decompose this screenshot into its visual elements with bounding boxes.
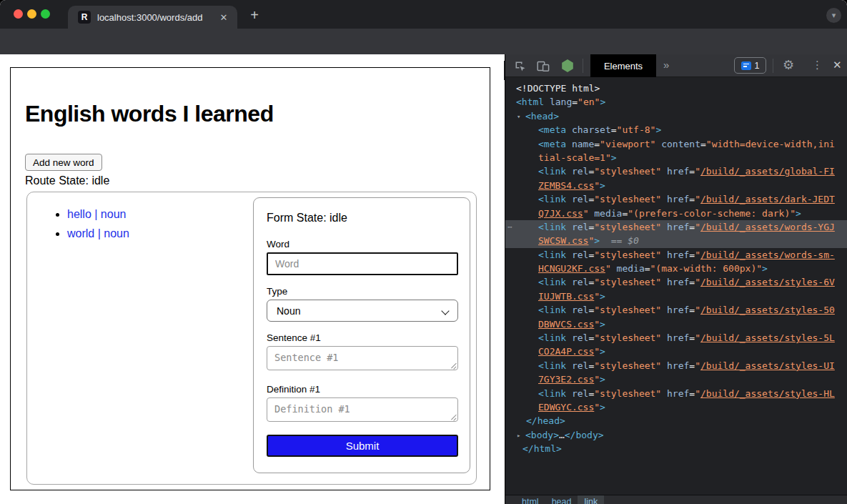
add-word-form: Form State: idle Word Type Noun Sentence… [253, 197, 470, 473]
breadcrumb-head[interactable]: head [545, 495, 578, 504]
syntax-t: </html> [522, 443, 562, 454]
syntax-p: = [700, 139, 706, 149]
word-link-hello[interactable]: hello | noun [67, 208, 126, 220]
dom-node-line[interactable]: </head> [505, 414, 847, 428]
syntax-a: href [661, 360, 689, 371]
syntax-t: <link [538, 305, 566, 315]
dom-node-line[interactable]: CO2A4P.css"> [505, 345, 847, 358]
dom-node-line[interactable]: <link rel="stylesheet" href="/build/_ass… [505, 359, 847, 372]
syntax-a: rel [566, 360, 588, 371]
titlebar: R localhost:3000/words/add ✕ + ▾ [0, 0, 847, 29]
syntax-v: tial-scale=1" [538, 152, 611, 163]
syntax-a: charset [566, 124, 611, 135]
syntax-a: href [661, 277, 689, 287]
dom-node-line[interactable]: EDWGYC.css"> [505, 400, 847, 414]
type-select[interactable]: Noun [267, 300, 458, 322]
devtools-close-icon[interactable]: ✕ [833, 59, 842, 71]
new-tab-button[interactable]: + [246, 6, 263, 24]
syntax-g: == $0 [600, 235, 639, 246]
tab-elements[interactable]: Elements [590, 54, 656, 77]
sentence-textarea[interactable] [267, 346, 458, 370]
dom-node-line[interactable]: SWCSW.css"> == $0 [505, 234, 847, 247]
syntax-t: > [600, 291, 605, 302]
expand-arrow-icon[interactable]: ▾ [517, 110, 525, 123]
node-extension-icon[interactable] [561, 59, 574, 72]
more-tabs-icon[interactable]: » [663, 59, 669, 71]
dom-node-line[interactable]: ▾<head> [505, 109, 847, 123]
issues-counter[interactable]: 1 [734, 57, 766, 74]
syntax-a: name [566, 139, 594, 149]
syntax-v: " [605, 263, 611, 274]
syntax-v: "en" [578, 97, 600, 107]
words-panel: hello | noun world | noun Form State: id… [26, 192, 477, 485]
submit-button[interactable]: Submit [267, 435, 458, 457]
dom-node-line[interactable]: <!DOCTYPE html> [505, 81, 847, 95]
syntax-l: /build/_assets/styles-5L [700, 332, 835, 343]
breadcrumb-html[interactable]: html [515, 495, 545, 504]
dom-node-line[interactable]: HCNGU2KF.css" media="(max-width: 600px)"… [505, 262, 847, 275]
toolbar-divider [773, 59, 773, 73]
node-options-icon[interactable]: ⋯ [507, 220, 512, 234]
browser-tab[interactable]: R localhost:3000/words/add ✕ [68, 6, 237, 29]
window-close-button[interactable] [14, 9, 23, 19]
dom-node-line[interactable]: <link rel="stylesheet" href="/build/_ass… [505, 303, 847, 317]
syntax-a: lang [544, 97, 572, 107]
dom-node-line[interactable]: DBWVCS.css"> [505, 317, 847, 331]
devtools-toolbar: Elements » 1 ⚙ ⋮ ✕ [505, 54, 847, 77]
dom-node-line[interactable]: <meta charset="utf-8"> [505, 123, 847, 137]
dom-node-line[interactable]: 7GY3E2.css"> [505, 372, 847, 386]
dom-node-line[interactable]: tial-scale=1"> [505, 151, 847, 164]
dom-node-line[interactable]: <link rel="stylesheet" href="/build/_ass… [505, 164, 847, 178]
syntax-p: = [689, 305, 695, 315]
window-minimize-button[interactable] [27, 9, 36, 19]
syntax-l: Q7JX.css [538, 208, 583, 219]
syntax-v: " [695, 194, 700, 204]
dom-node-line[interactable]: <link rel="stylesheet" href="/build/_ass… [505, 192, 847, 206]
word-input[interactable] [267, 252, 458, 275]
dom-node-line[interactable]: </html> [505, 442, 847, 455]
word-link-world[interactable]: world | noun [67, 227, 129, 239]
issues-count: 1 [755, 61, 760, 71]
dom-node-line[interactable]: ▸<body>…</body> [505, 428, 847, 442]
window-fullscreen-button[interactable] [41, 9, 50, 19]
syntax-a: media [611, 263, 645, 274]
dom-node-line[interactable]: ⋯<link rel="stylesheet" href="/build/_as… [505, 220, 847, 234]
inspect-element-icon[interactable] [513, 59, 526, 72]
syntax-v: " [594, 319, 600, 330]
add-new-word-button[interactable]: Add new word [25, 154, 102, 171]
syntax-a: content [655, 139, 700, 149]
syntax-l: /build/_assets/words-sm- [700, 249, 835, 260]
syntax-l: /build/_assets/words-YGJ [700, 222, 835, 232]
syntax-p: = [611, 124, 617, 135]
dom-node-line[interactable]: <link rel="stylesheet" href="/build/_ass… [505, 387, 847, 400]
remix-favicon-icon: R [78, 11, 91, 24]
settings-gear-icon[interactable]: ⚙ [783, 57, 794, 73]
dom-node-line[interactable]: <link rel="stylesheet" href="/build/_ass… [505, 248, 847, 262]
dom-node-line[interactable]: <meta name="viewport" content="width=dev… [505, 137, 847, 151]
dom-node-line[interactable]: ZEMBS4.css"> [505, 179, 847, 192]
breadcrumb-link[interactable]: link [578, 495, 604, 504]
type-select-value: Noun [277, 305, 300, 317]
syntax-a: rel [566, 277, 588, 287]
syntax-l: HCNGU2KF.css [538, 263, 605, 274]
dom-node-line[interactable]: <link rel="stylesheet" href="/build/_ass… [505, 331, 847, 345]
dom-node-line[interactable]: <link rel="stylesheet" href="/build/_ass… [505, 275, 847, 289]
syntax-p: … [559, 430, 565, 440]
collapse-arrow-icon[interactable]: ▸ [517, 429, 525, 442]
definition-textarea[interactable] [267, 397, 458, 422]
syntax-v: " [695, 277, 700, 287]
syntax-a: rel [566, 388, 588, 399]
devtools-menu-icon[interactable]: ⋮ [812, 59, 823, 71]
syntax-a: href [661, 194, 689, 204]
titlebar-badge-icon[interactable]: ▾ [826, 8, 841, 23]
syntax-t: <link [538, 249, 566, 260]
dom-node-line[interactable]: <html lang="en"> [505, 95, 847, 109]
syntax-v: "stylesheet" [594, 166, 661, 177]
device-toolbar-icon[interactable] [537, 59, 550, 72]
dom-node-line[interactable]: Q7JX.css" media="(prefers-color-scheme: … [505, 207, 847, 220]
syntax-v: " [695, 249, 700, 260]
dom-node-line[interactable]: IUJWTB.css"> [505, 290, 847, 303]
tab-close-icon[interactable]: ✕ [217, 11, 230, 24]
devtools-panel: Elements » 1 ⚙ ⋮ ✕ <!DOCTYPE html><html … [505, 54, 847, 504]
syntax-v: "stylesheet" [594, 249, 661, 260]
